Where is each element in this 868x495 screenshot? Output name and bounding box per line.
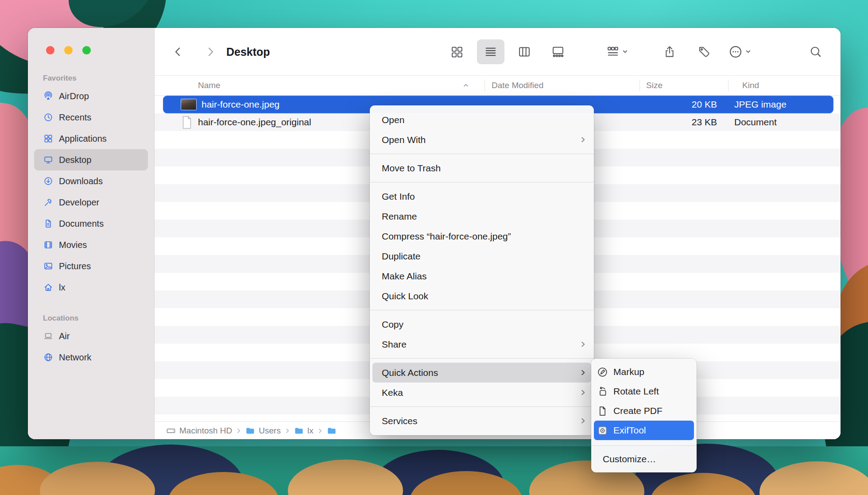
clock-icon bbox=[43, 112, 53, 122]
breadcrumb-truncated[interactable] bbox=[327, 426, 337, 436]
zoom-button[interactable] bbox=[82, 46, 91, 54]
column-divider[interactable] bbox=[728, 80, 728, 91]
context-menu: Open Open With Move to Trash Get Info Re… bbox=[370, 105, 594, 435]
minimize-button[interactable] bbox=[64, 46, 73, 54]
menu-separator bbox=[370, 406, 594, 407]
sidebar-item-applications[interactable]: Applications bbox=[34, 128, 148, 149]
sidebar-item-recents[interactable]: Recents bbox=[34, 107, 148, 128]
sidebar-item-label: Recents bbox=[59, 112, 91, 123]
column-header-date-modified[interactable]: Date Modified bbox=[492, 81, 543, 90]
desktop-icon bbox=[43, 155, 53, 165]
sidebar-item-pictures[interactable]: Pictures bbox=[34, 255, 148, 277]
menu-item-open[interactable]: Open bbox=[370, 110, 594, 130]
list-view-button[interactable] bbox=[477, 39, 504, 64]
menu-item-compress[interactable]: Compress “hair-force-one.jpeg” bbox=[370, 226, 594, 246]
sidebar-item-developer[interactable]: Developer bbox=[34, 192, 148, 213]
menu-item-open-with[interactable]: Open With bbox=[370, 130, 594, 150]
sidebar-item-downloads[interactable]: Downloads bbox=[34, 170, 148, 192]
menu-item-quick-actions[interactable]: Quick Actions bbox=[372, 363, 591, 383]
tags-button[interactable] bbox=[698, 45, 711, 58]
sidebar-item-documents[interactable]: Documents bbox=[34, 213, 148, 234]
search-button[interactable] bbox=[809, 45, 822, 58]
chevron-right-icon bbox=[580, 341, 586, 348]
column-view-button[interactable] bbox=[511, 39, 538, 64]
sort-ascending-icon[interactable] bbox=[463, 82, 469, 89]
exiftool-icon bbox=[597, 425, 608, 436]
column-divider[interactable] bbox=[639, 80, 640, 91]
column-header-size[interactable]: Size bbox=[646, 81, 663, 90]
back-button[interactable] bbox=[172, 46, 184, 58]
breadcrumb-label: Users bbox=[259, 426, 281, 436]
submenu-item-label: ExifTool bbox=[613, 425, 646, 436]
menu-item-duplicate[interactable]: Duplicate bbox=[370, 246, 594, 266]
forward-button[interactable] bbox=[205, 46, 216, 58]
column-headers: Name Date Modified Size Kind bbox=[155, 75, 841, 96]
menu-item-get-info[interactable]: Get Info bbox=[370, 186, 594, 206]
menu-item-keka[interactable]: Keka bbox=[370, 383, 594, 402]
submenu-item-create-pdf[interactable]: Create PDF bbox=[591, 401, 697, 421]
home-icon bbox=[43, 282, 53, 292]
folder-icon bbox=[327, 426, 337, 436]
quick-actions-submenu: Markup Rotate Left Create PDF ExifTool C… bbox=[591, 359, 697, 472]
menu-item-share[interactable]: Share bbox=[370, 334, 594, 354]
submenu-item-markup[interactable]: Markup bbox=[591, 362, 697, 382]
sidebar: Favorites AirDrop Recents Applications D… bbox=[28, 28, 155, 439]
menu-item-make-alias[interactable]: Make Alias bbox=[370, 266, 594, 286]
sidebar-item-label: Applications bbox=[59, 134, 107, 144]
grid-view-icon bbox=[450, 45, 464, 58]
sidebar-item-movies[interactable]: Movies bbox=[34, 234, 148, 255]
sidebar-item-label: Network bbox=[59, 352, 91, 363]
gallery-view-button[interactable] bbox=[544, 39, 572, 64]
column-header-name[interactable]: Name bbox=[198, 81, 221, 90]
menu-item-quick-look[interactable]: Quick Look bbox=[370, 286, 594, 306]
sidebar-item-airdrop[interactable]: AirDrop bbox=[34, 85, 148, 107]
menu-item-services[interactable]: Services bbox=[370, 411, 594, 431]
gallery-view-icon bbox=[551, 45, 565, 58]
submenu-item-customize[interactable]: Customize… bbox=[591, 449, 697, 469]
breadcrumb-macintosh-hd[interactable]: Macintosh HD bbox=[166, 426, 232, 436]
close-button[interactable] bbox=[46, 46, 54, 54]
column-header-kind[interactable]: Kind bbox=[742, 81, 759, 90]
menu-separator bbox=[370, 358, 594, 359]
folder-icon bbox=[294, 426, 304, 436]
menu-separator bbox=[370, 154, 594, 154]
breadcrumb-users[interactable]: Users bbox=[245, 426, 281, 436]
submenu-item-label: Rotate Left bbox=[613, 386, 659, 397]
sidebar-item-network[interactable]: Network bbox=[34, 347, 148, 368]
ellipsis-circle-icon bbox=[728, 45, 743, 59]
sidebar-item-label: lx bbox=[59, 282, 65, 293]
menu-separator bbox=[370, 182, 594, 182]
menu-item-move-to-trash[interactable]: Move to Trash bbox=[370, 158, 594, 178]
breadcrumb-chevron-icon bbox=[236, 428, 241, 434]
window-controls bbox=[28, 28, 154, 54]
submenu-item-rotate-left[interactable]: Rotate Left bbox=[591, 382, 697, 401]
jpeg-thumbnail-icon bbox=[181, 99, 196, 110]
column-divider[interactable] bbox=[484, 80, 485, 91]
group-icon bbox=[606, 45, 620, 58]
menu-item-copy[interactable]: Copy bbox=[370, 314, 594, 334]
sidebar-item-air[interactable]: Air bbox=[34, 325, 148, 347]
window-title: Desktop bbox=[226, 45, 270, 58]
breadcrumb-chevron-icon bbox=[285, 428, 290, 434]
sidebar-item-desktop[interactable]: Desktop bbox=[34, 149, 148, 170]
globe-icon bbox=[43, 352, 53, 362]
submenu-item-exiftool[interactable]: ExifTool bbox=[594, 421, 694, 440]
share-button[interactable] bbox=[663, 45, 676, 58]
group-button[interactable] bbox=[606, 45, 628, 58]
more-actions-button[interactable] bbox=[728, 45, 751, 59]
breadcrumb-lx[interactable]: lx bbox=[294, 426, 314, 436]
icon-view-button[interactable] bbox=[443, 39, 471, 64]
download-circle-icon bbox=[43, 176, 53, 186]
laptop-icon bbox=[43, 331, 53, 341]
sidebar-item-label: Pictures bbox=[59, 261, 91, 271]
sidebar-item-label: AirDrop bbox=[59, 91, 89, 101]
file-size: 23 KB bbox=[635, 113, 717, 131]
sidebar-item-label: Downloads bbox=[59, 176, 103, 186]
breadcrumb-label: Macintosh HD bbox=[179, 426, 232, 436]
file-size: 20 KB bbox=[635, 96, 717, 113]
file-kind: JPEG image bbox=[734, 96, 787, 113]
menu-item-rename[interactable]: Rename bbox=[370, 206, 594, 226]
sidebar-item-label: Air bbox=[59, 331, 70, 341]
sidebar-item-lx[interactable]: lx bbox=[34, 277, 148, 298]
file-name: hair-force-one.jpeg_original bbox=[198, 117, 311, 128]
